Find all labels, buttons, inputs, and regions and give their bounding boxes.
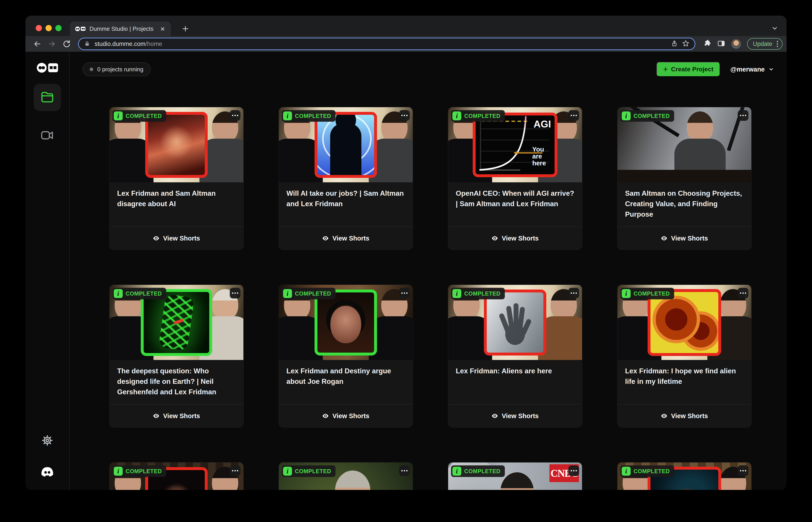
project-card[interactable]: i COMPLETED The deepest question: Who de… bbox=[109, 285, 244, 427]
card-menu-button[interactable] bbox=[399, 465, 410, 476]
browser-profile-avatar[interactable] bbox=[731, 39, 741, 49]
update-chrome-button[interactable]: Update bbox=[747, 38, 782, 50]
minimize-window-button[interactable] bbox=[45, 25, 52, 31]
sidebar-item-videos[interactable] bbox=[34, 122, 61, 149]
card-menu-button[interactable] bbox=[399, 288, 410, 298]
view-shorts-button[interactable]: View Shorts bbox=[279, 226, 413, 249]
project-thumbnail[interactable]: AGI You are here i COMPLETED bbox=[448, 107, 582, 182]
share-icon[interactable] bbox=[671, 40, 678, 48]
create-project-button[interactable]: + Create Project bbox=[657, 62, 720, 77]
project-thumbnail[interactable]: CNBC i COMPLETED bbox=[448, 462, 582, 490]
browser-tab[interactable]: Dumme Studio | Projects bbox=[70, 22, 171, 36]
window-controls bbox=[36, 25, 62, 31]
info-icon: i bbox=[622, 289, 631, 298]
project-card[interactable]: i COMPLETED Will AI take our jobs? | Sam… bbox=[278, 107, 413, 250]
project-card[interactable]: i COMPLETED Sam Altman on Choosing Proje… bbox=[617, 107, 752, 250]
view-shorts-button[interactable]: View Shorts bbox=[448, 404, 582, 427]
project-card[interactable]: i COMPLETED bbox=[109, 462, 244, 490]
discord-icon bbox=[40, 474, 54, 478]
forward-icon[interactable] bbox=[45, 37, 58, 51]
browser-toolbar: studio.dumme.com/home Update bbox=[25, 36, 787, 52]
eye-icon bbox=[322, 413, 329, 419]
sidebar-item-projects[interactable] bbox=[34, 84, 61, 111]
clip-frame: AGI You are here bbox=[473, 113, 558, 177]
extensions-puzzle-icon[interactable] bbox=[703, 39, 711, 48]
project-card[interactable]: i COMPLETED bbox=[617, 462, 752, 490]
card-menu-button[interactable] bbox=[230, 288, 240, 298]
view-shorts-button[interactable]: View Shorts bbox=[110, 226, 244, 249]
card-menu-button[interactable] bbox=[568, 288, 579, 298]
new-tab-button[interactable] bbox=[180, 23, 191, 34]
project-card[interactable]: i COMPLETED Lex Fridman: I hope we find … bbox=[617, 285, 752, 427]
info-icon: i bbox=[622, 467, 631, 476]
sidebar-item-settings[interactable] bbox=[41, 434, 54, 447]
eye-icon bbox=[491, 235, 498, 242]
gear-icon bbox=[41, 444, 54, 447]
video-camera-icon bbox=[41, 130, 54, 141]
card-menu-button[interactable] bbox=[568, 110, 579, 121]
projects-page: 0 projects running + Create Project @mer… bbox=[70, 52, 787, 490]
eye-icon bbox=[661, 235, 668, 242]
status-badge: i COMPLETED bbox=[620, 465, 674, 477]
folder-icon bbox=[41, 91, 54, 104]
sidebar-item-discord[interactable] bbox=[40, 466, 54, 478]
view-shorts-button[interactable]: View Shorts bbox=[279, 404, 413, 427]
status-dot bbox=[90, 67, 93, 71]
lock-icon[interactable] bbox=[84, 41, 90, 47]
project-thumbnail[interactable]: i COMPLETED bbox=[617, 285, 751, 360]
project-card[interactable]: i COMPLETED Lex Fridman and Destiny argu… bbox=[278, 285, 413, 427]
card-menu-button[interactable] bbox=[230, 110, 240, 121]
project-card[interactable]: CNBC i COMPLETED bbox=[448, 462, 582, 490]
project-title: Lex Fridman: Aliens are here bbox=[448, 360, 582, 404]
project-thumbnail[interactable]: i COMPLETED bbox=[279, 285, 413, 360]
project-card[interactable]: i COMPLETED bbox=[278, 462, 413, 490]
projects-running-status: 0 projects running bbox=[82, 62, 151, 76]
dumme-logo bbox=[37, 63, 58, 73]
tab-list-chevron-icon[interactable] bbox=[771, 24, 778, 32]
reload-icon[interactable] bbox=[60, 37, 73, 51]
view-shorts-button[interactable]: View Shorts bbox=[617, 404, 751, 427]
you-are-here-label: You are here bbox=[532, 146, 552, 167]
card-menu-button[interactable] bbox=[738, 465, 749, 476]
eye-icon bbox=[322, 235, 329, 242]
project-thumbnail[interactable]: i COMPLETED bbox=[617, 462, 751, 490]
project-card[interactable]: i COMPLETED Lex Fridman: Aliens are here… bbox=[448, 285, 582, 427]
project-card[interactable]: AGI You are here i COMPLETED OpenAI CEO:… bbox=[448, 107, 582, 250]
tab-close-icon[interactable] bbox=[160, 26, 166, 32]
project-card[interactable]: i COMPLETED Lex Fridman and Sam Altman d… bbox=[109, 107, 244, 250]
url-bar[interactable]: studio.dumme.com/home bbox=[78, 38, 695, 50]
status-badge: i COMPLETED bbox=[451, 465, 505, 477]
back-icon[interactable] bbox=[31, 37, 44, 51]
chevron-down-icon bbox=[768, 66, 774, 72]
view-shorts-button[interactable]: View Shorts bbox=[617, 226, 751, 249]
zoom-window-button[interactable] bbox=[55, 25, 62, 31]
project-thumbnail[interactable]: i COMPLETED bbox=[279, 462, 413, 490]
project-thumbnail[interactable]: i COMPLETED bbox=[110, 107, 244, 182]
info-icon: i bbox=[283, 467, 292, 476]
project-thumbnail[interactable]: i COMPLETED bbox=[617, 107, 751, 182]
account-menu[interactable]: @merwane bbox=[730, 66, 774, 73]
view-shorts-button[interactable]: View Shorts bbox=[110, 404, 244, 427]
project-title: The deepest question: Who designed life … bbox=[110, 360, 244, 404]
view-shorts-button[interactable]: View Shorts bbox=[448, 226, 582, 249]
card-menu-button[interactable] bbox=[568, 465, 579, 476]
card-menu-button[interactable] bbox=[738, 110, 749, 121]
project-title: Lex Fridman and Sam Altman disagree abou… bbox=[110, 182, 244, 226]
status-badge: i COMPLETED bbox=[112, 465, 166, 477]
side-panel-icon[interactable] bbox=[717, 39, 725, 48]
info-icon: i bbox=[622, 112, 631, 120]
project-thumbnail[interactable]: i COMPLETED bbox=[110, 285, 244, 360]
project-thumbnail[interactable]: i COMPLETED bbox=[448, 285, 582, 360]
bookmark-star-icon[interactable] bbox=[682, 40, 689, 48]
status-badge: i COMPLETED bbox=[620, 110, 674, 122]
projects-grid: i COMPLETED Lex Fridman and Sam Altman d… bbox=[109, 107, 752, 490]
info-icon: i bbox=[452, 467, 461, 476]
browser-menu-kebab-icon[interactable] bbox=[776, 40, 779, 48]
card-menu-button[interactable] bbox=[399, 110, 410, 121]
info-icon: i bbox=[114, 467, 123, 476]
close-window-button[interactable] bbox=[36, 25, 42, 31]
project-thumbnail[interactable]: i COMPLETED bbox=[110, 462, 244, 490]
card-menu-button[interactable] bbox=[738, 288, 749, 298]
project-thumbnail[interactable]: i COMPLETED bbox=[279, 107, 413, 182]
card-menu-button[interactable] bbox=[230, 465, 240, 476]
